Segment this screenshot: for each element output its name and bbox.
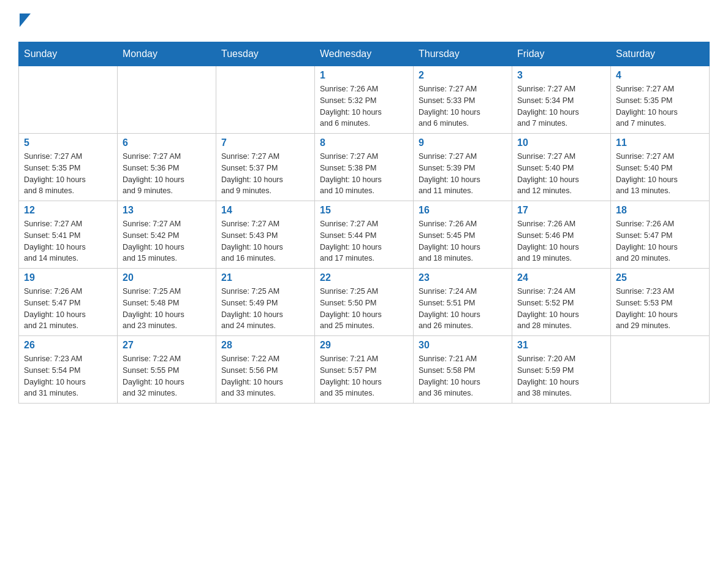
- day-info: Sunrise: 7:26 AMSunset: 5:47 PMDaylight:…: [616, 218, 704, 264]
- page-header: [18, 12, 710, 29]
- day-number: 15: [320, 205, 408, 216]
- day-info: Sunrise: 7:23 AMSunset: 5:54 PMDaylight:…: [24, 353, 112, 399]
- day-number: 21: [221, 272, 309, 283]
- calendar-table: SundayMondayTuesdayWednesdayThursdayFrid…: [18, 42, 710, 404]
- calendar-cell: 26Sunrise: 7:23 AMSunset: 5:54 PMDayligh…: [19, 336, 118, 404]
- week-row: 12Sunrise: 7:27 AMSunset: 5:41 PMDayligh…: [19, 201, 710, 269]
- day-number: 28: [221, 340, 309, 351]
- calendar-cell: [118, 66, 216, 134]
- week-row: 19Sunrise: 7:26 AMSunset: 5:47 PMDayligh…: [19, 269, 710, 336]
- calendar-cell: [19, 66, 118, 134]
- day-info: Sunrise: 7:27 AMSunset: 5:37 PMDaylight:…: [221, 151, 309, 197]
- day-info: Sunrise: 7:27 AMSunset: 5:39 PMDaylight:…: [419, 151, 507, 197]
- day-of-week-header: Tuesday: [216, 42, 315, 66]
- day-info: Sunrise: 7:26 AMSunset: 5:32 PMDaylight:…: [320, 83, 408, 129]
- day-number: 20: [123, 272, 211, 283]
- day-info: Sunrise: 7:20 AMSunset: 5:59 PMDaylight:…: [517, 353, 605, 399]
- svg-marker-0: [20, 13, 31, 27]
- day-info: Sunrise: 7:27 AMSunset: 5:43 PMDaylight:…: [221, 218, 309, 264]
- calendar-cell: 30Sunrise: 7:21 AMSunset: 5:58 PMDayligh…: [414, 336, 512, 404]
- calendar-cell: 15Sunrise: 7:27 AMSunset: 5:44 PMDayligh…: [315, 201, 414, 269]
- day-of-week-header: Thursday: [414, 42, 512, 66]
- calendar-cell: 25Sunrise: 7:23 AMSunset: 5:53 PMDayligh…: [611, 269, 710, 336]
- calendar-cell: 23Sunrise: 7:24 AMSunset: 5:51 PMDayligh…: [414, 269, 512, 336]
- day-of-week-header: Friday: [512, 42, 611, 66]
- day-number: 9: [419, 137, 507, 148]
- day-info: Sunrise: 7:27 AMSunset: 5:38 PMDaylight:…: [320, 151, 408, 197]
- calendar-header: SundayMondayTuesdayWednesdayThursdayFrid…: [19, 42, 710, 66]
- day-number: 8: [320, 137, 408, 148]
- day-number: 24: [517, 272, 605, 283]
- calendar-cell: [611, 336, 710, 404]
- calendar-cell: 20Sunrise: 7:25 AMSunset: 5:48 PMDayligh…: [118, 269, 216, 336]
- day-number: 31: [517, 340, 605, 351]
- day-number: 1: [320, 70, 408, 81]
- day-info: Sunrise: 7:25 AMSunset: 5:50 PMDaylight:…: [320, 286, 408, 332]
- day-info: Sunrise: 7:21 AMSunset: 5:58 PMDaylight:…: [419, 353, 507, 399]
- day-info: Sunrise: 7:26 AMSunset: 5:47 PMDaylight:…: [24, 286, 112, 332]
- calendar-cell: 8Sunrise: 7:27 AMSunset: 5:38 PMDaylight…: [315, 134, 414, 201]
- day-info: Sunrise: 7:21 AMSunset: 5:57 PMDaylight:…: [320, 353, 408, 399]
- calendar-cell: 4Sunrise: 7:27 AMSunset: 5:35 PMDaylight…: [611, 66, 710, 134]
- calendar-cell: 17Sunrise: 7:26 AMSunset: 5:46 PMDayligh…: [512, 201, 611, 269]
- calendar-cell: 6Sunrise: 7:27 AMSunset: 5:36 PMDaylight…: [118, 134, 216, 201]
- day-info: Sunrise: 7:22 AMSunset: 5:55 PMDaylight:…: [123, 353, 211, 399]
- day-info: Sunrise: 7:27 AMSunset: 5:33 PMDaylight:…: [419, 83, 507, 129]
- day-info: Sunrise: 7:27 AMSunset: 5:40 PMDaylight:…: [517, 151, 605, 197]
- day-info: Sunrise: 7:23 AMSunset: 5:53 PMDaylight:…: [616, 286, 704, 332]
- calendar-body: 1Sunrise: 7:26 AMSunset: 5:32 PMDaylight…: [19, 66, 710, 404]
- day-number: 14: [221, 205, 309, 216]
- day-info: Sunrise: 7:22 AMSunset: 5:56 PMDaylight:…: [221, 353, 309, 399]
- day-number: 6: [123, 137, 211, 148]
- logo: [18, 12, 31, 29]
- day-of-week-header: Sunday: [19, 42, 118, 66]
- day-number: 2: [419, 70, 507, 81]
- calendar-cell: 7Sunrise: 7:27 AMSunset: 5:37 PMDaylight…: [216, 134, 315, 201]
- days-of-week-row: SundayMondayTuesdayWednesdayThursdayFrid…: [19, 42, 710, 66]
- calendar-cell: 12Sunrise: 7:27 AMSunset: 5:41 PMDayligh…: [19, 201, 118, 269]
- day-number: 27: [123, 340, 211, 351]
- calendar-cell: 11Sunrise: 7:27 AMSunset: 5:40 PMDayligh…: [611, 134, 710, 201]
- day-number: 19: [24, 272, 112, 283]
- day-info: Sunrise: 7:26 AMSunset: 5:45 PMDaylight:…: [419, 218, 507, 264]
- calendar-cell: 5Sunrise: 7:27 AMSunset: 5:35 PMDaylight…: [19, 134, 118, 201]
- calendar-cell: 2Sunrise: 7:27 AMSunset: 5:33 PMDaylight…: [414, 66, 512, 134]
- day-number: 25: [616, 272, 704, 283]
- logo-triangle-icon: [20, 13, 31, 27]
- day-number: 4: [616, 70, 704, 81]
- day-info: Sunrise: 7:27 AMSunset: 5:40 PMDaylight:…: [616, 151, 704, 197]
- calendar-cell: 14Sunrise: 7:27 AMSunset: 5:43 PMDayligh…: [216, 201, 315, 269]
- calendar-cell: 18Sunrise: 7:26 AMSunset: 5:47 PMDayligh…: [611, 201, 710, 269]
- day-of-week-header: Wednesday: [315, 42, 414, 66]
- day-info: Sunrise: 7:26 AMSunset: 5:46 PMDaylight:…: [517, 218, 605, 264]
- calendar-cell: 16Sunrise: 7:26 AMSunset: 5:45 PMDayligh…: [414, 201, 512, 269]
- day-number: 5: [24, 137, 112, 148]
- day-number: 30: [419, 340, 507, 351]
- day-of-week-header: Monday: [118, 42, 216, 66]
- day-info: Sunrise: 7:27 AMSunset: 5:44 PMDaylight:…: [320, 218, 408, 264]
- week-row: 5Sunrise: 7:27 AMSunset: 5:35 PMDaylight…: [19, 134, 710, 201]
- day-number: 17: [517, 205, 605, 216]
- day-number: 23: [419, 272, 507, 283]
- calendar-cell: [216, 66, 315, 134]
- week-row: 1Sunrise: 7:26 AMSunset: 5:32 PMDaylight…: [19, 66, 710, 134]
- day-info: Sunrise: 7:27 AMSunset: 5:36 PMDaylight:…: [123, 151, 211, 197]
- day-info: Sunrise: 7:27 AMSunset: 5:35 PMDaylight:…: [24, 151, 112, 197]
- day-number: 16: [419, 205, 507, 216]
- calendar-cell: 3Sunrise: 7:27 AMSunset: 5:34 PMDaylight…: [512, 66, 611, 134]
- calendar-cell: 31Sunrise: 7:20 AMSunset: 5:59 PMDayligh…: [512, 336, 611, 404]
- day-number: 7: [221, 137, 309, 148]
- calendar-cell: 27Sunrise: 7:22 AMSunset: 5:55 PMDayligh…: [118, 336, 216, 404]
- calendar-cell: 19Sunrise: 7:26 AMSunset: 5:47 PMDayligh…: [19, 269, 118, 336]
- calendar-cell: 9Sunrise: 7:27 AMSunset: 5:39 PMDaylight…: [414, 134, 512, 201]
- day-number: 26: [24, 340, 112, 351]
- calendar-cell: 29Sunrise: 7:21 AMSunset: 5:57 PMDayligh…: [315, 336, 414, 404]
- calendar-cell: 10Sunrise: 7:27 AMSunset: 5:40 PMDayligh…: [512, 134, 611, 201]
- day-info: Sunrise: 7:25 AMSunset: 5:48 PMDaylight:…: [123, 286, 211, 332]
- calendar-cell: 28Sunrise: 7:22 AMSunset: 5:56 PMDayligh…: [216, 336, 315, 404]
- day-info: Sunrise: 7:27 AMSunset: 5:35 PMDaylight:…: [616, 83, 704, 129]
- day-number: 29: [320, 340, 408, 351]
- day-number: 18: [616, 205, 704, 216]
- day-number: 11: [616, 137, 704, 148]
- day-info: Sunrise: 7:25 AMSunset: 5:49 PMDaylight:…: [221, 286, 309, 332]
